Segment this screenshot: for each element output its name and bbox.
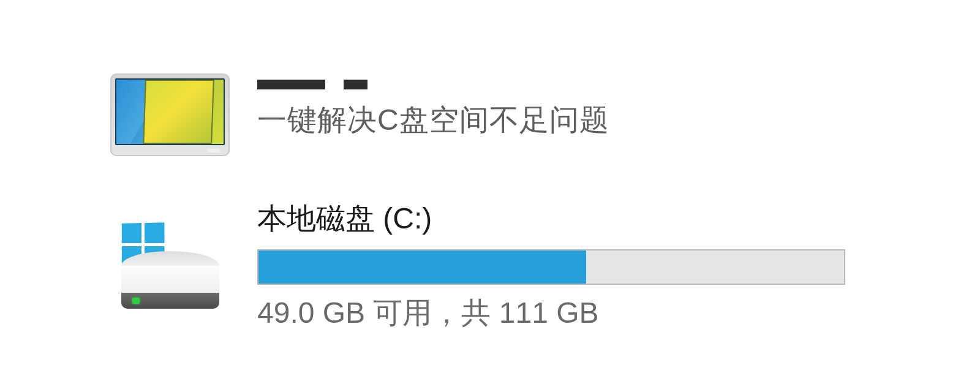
drive-usage-fill [258,251,586,284]
drive-space-text: 49.0 GB 可用，共 111 GB [257,293,845,333]
drive-label: 本地磁盘 (C:) [257,199,845,238]
cleanup-tool-item[interactable]: 一键解决C盘空间不足问题 [110,74,980,162]
monitor-cleanup-icon [110,74,230,162]
cleanup-title-fragment [257,80,368,91]
cleanup-description: 一键解决C盘空间不足问题 [257,100,609,140]
local-disk-c-item[interactable]: 本地磁盘 (C:) 49.0 GB 可用，共 111 GB [110,199,980,333]
drive-usage-bar [257,249,845,285]
system-drive-icon [121,223,219,309]
